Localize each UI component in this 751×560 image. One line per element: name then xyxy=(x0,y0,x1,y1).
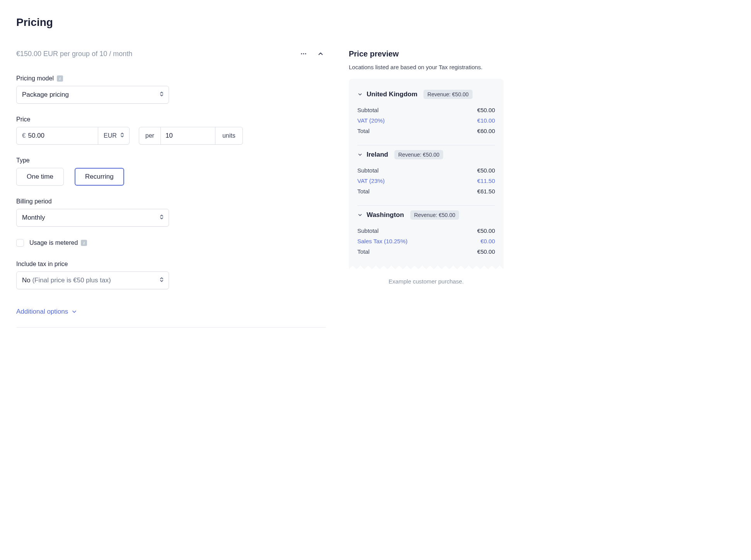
region-name: Washington xyxy=(367,211,404,219)
currency-value: EUR xyxy=(104,132,117,139)
tax-line: VAT (23%)€11.50 xyxy=(357,178,495,184)
billing-period-label: Billing period xyxy=(16,198,52,205)
total-line: Total€61.50 xyxy=(357,188,495,195)
currency-symbol: € xyxy=(22,132,26,140)
price-amount-input[interactable] xyxy=(28,132,92,140)
chevron-up-icon xyxy=(317,50,324,57)
more-button[interactable] xyxy=(299,49,309,59)
price-preview-subtitle: Locations listed are based on your Tax r… xyxy=(349,64,504,70)
chevron-down-icon xyxy=(357,92,363,97)
subtotal-line: Subtotal€50.00 xyxy=(357,167,495,174)
chevron-down-icon xyxy=(71,309,77,315)
revenue-badge: Revenue: €50.00 xyxy=(423,90,473,99)
select-caret-icon xyxy=(159,214,164,222)
price-label: Price xyxy=(16,116,30,123)
select-caret-icon xyxy=(159,91,164,99)
price-summary: €150.00 EUR per group of 10 / month xyxy=(16,50,132,58)
section-divider xyxy=(16,327,326,328)
currency-select[interactable]: EUR xyxy=(98,127,129,144)
svg-point-2 xyxy=(305,53,306,55)
subtotal-line: Subtotal€50.00 xyxy=(357,107,495,113)
tax-line: Sales Tax (10.25%)€0.00 xyxy=(357,238,495,244)
region-name: Ireland xyxy=(367,151,388,159)
type-label: Type xyxy=(16,157,30,164)
units-label: units xyxy=(215,127,242,144)
price-summary-row: €150.00 EUR per group of 10 / month xyxy=(16,49,326,59)
region-block: United Kingdom Revenue: €50.00 Subtotal€… xyxy=(357,85,495,145)
metered-checkbox[interactable] xyxy=(16,239,24,247)
price-preview-title: Price preview xyxy=(349,50,504,58)
subtotal-line: Subtotal€50.00 xyxy=(357,227,495,234)
select-caret-icon xyxy=(120,132,125,140)
pricing-model-value: Package pricing xyxy=(22,91,69,99)
billing-period-value: Monthly xyxy=(22,214,45,222)
pricing-model-label: Pricing model xyxy=(16,75,54,82)
info-icon[interactable]: i xyxy=(57,75,63,82)
region-header[interactable]: United Kingdom Revenue: €50.00 xyxy=(357,90,495,99)
page-title: Pricing xyxy=(16,16,326,29)
svg-point-0 xyxy=(301,53,302,55)
revenue-badge: Revenue: €50.00 xyxy=(394,150,444,159)
metered-label: Usage is metered xyxy=(29,239,78,246)
per-label: per xyxy=(139,127,161,144)
price-preview-card: United Kingdom Revenue: €50.00 Subtotal€… xyxy=(349,79,504,271)
total-line: Total€50.00 xyxy=(357,248,495,255)
region-header[interactable]: Ireland Revenue: €50.00 xyxy=(357,150,495,159)
per-quantity-input[interactable] xyxy=(161,127,215,144)
type-one-time-button[interactable]: One time xyxy=(16,168,64,186)
receipt-edge xyxy=(349,266,504,271)
chevron-down-icon xyxy=(357,152,363,157)
collapse-button[interactable] xyxy=(316,49,326,59)
billing-period-select[interactable]: Monthly xyxy=(16,209,169,227)
chevron-down-icon xyxy=(357,212,363,218)
info-icon[interactable]: i xyxy=(81,240,87,246)
example-note: Example customer purchase. xyxy=(349,278,504,285)
pricing-model-select[interactable]: Package pricing xyxy=(16,86,169,104)
additional-options-link[interactable]: Additional options xyxy=(16,308,326,316)
select-caret-icon xyxy=(159,277,164,284)
include-tax-value: No (Final price is €50 plus tax) xyxy=(22,277,111,284)
revenue-badge: Revenue: €50.00 xyxy=(410,210,459,220)
region-block: Ireland Revenue: €50.00 Subtotal€50.00 V… xyxy=(357,145,495,205)
region-header[interactable]: Washington Revenue: €50.00 xyxy=(357,210,495,220)
total-line: Total€60.00 xyxy=(357,128,495,134)
price-input-group: € EUR xyxy=(16,127,130,145)
type-recurring-button[interactable]: Recurring xyxy=(75,168,124,186)
tax-line: VAT (20%)€10.00 xyxy=(357,117,495,124)
region-name: United Kingdom xyxy=(367,90,417,98)
additional-options-label: Additional options xyxy=(16,308,68,316)
include-tax-label: Include tax in price xyxy=(16,261,68,268)
region-block: Washington Revenue: €50.00 Subtotal€50.0… xyxy=(357,205,495,266)
svg-point-1 xyxy=(303,53,304,55)
include-tax-select[interactable]: No (Final price is €50 plus tax) xyxy=(16,271,169,289)
more-horizontal-icon xyxy=(300,50,307,57)
per-group-input: per units xyxy=(139,127,243,145)
